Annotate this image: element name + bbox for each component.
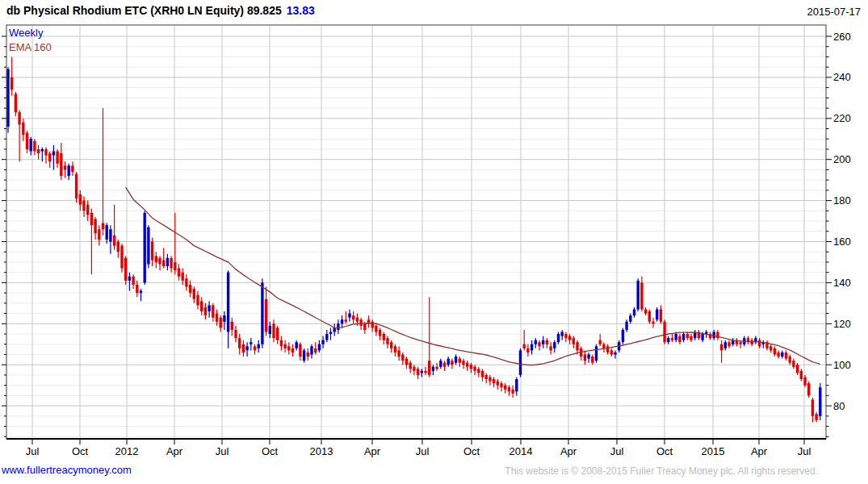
- candle-down: [709, 332, 711, 340]
- candle-down: [397, 346, 400, 361]
- candle-down: [379, 328, 381, 340]
- candle-up: [109, 225, 111, 254]
- x-tick-label: Jul: [610, 445, 624, 457]
- y-tick-label: 260: [833, 31, 851, 43]
- candle-down: [18, 111, 20, 162]
- candle-down: [204, 303, 207, 319]
- candle-down: [758, 338, 761, 348]
- candle-down: [283, 340, 286, 353]
- x-tick-label: Oct: [72, 445, 89, 457]
- candle-up: [30, 137, 32, 156]
- candle-down: [811, 398, 814, 423]
- candle-down: [751, 338, 753, 346]
- candle-up: [258, 340, 260, 353]
- candle-down: [424, 367, 426, 375]
- candle-up: [561, 330, 564, 340]
- candle-down: [238, 334, 241, 354]
- candle-down: [769, 344, 772, 353]
- candle-down: [648, 309, 651, 323]
- x-tick-label: Oct: [262, 445, 279, 457]
- candle-down: [220, 315, 222, 332]
- candle-down: [193, 286, 195, 302]
- x-tick-label: Oct: [463, 445, 480, 457]
- candle-down: [417, 367, 419, 379]
- candle-down: [481, 369, 484, 381]
- candle-up: [535, 338, 537, 348]
- candle-up: [318, 340, 321, 353]
- candle-down: [44, 147, 47, 163]
- candle-up: [622, 328, 624, 344]
- candles: [6, 56, 821, 422]
- candle-down: [75, 172, 78, 202]
- candle-down: [792, 359, 795, 369]
- candle-down: [33, 139, 36, 155]
- candle-down: [602, 342, 605, 353]
- plot-border: [6, 25, 826, 439]
- candle-up: [337, 319, 339, 334]
- candle-up: [329, 328, 332, 340]
- x-tick-label: Jul: [798, 445, 811, 457]
- candle-down: [489, 375, 491, 386]
- candle-down: [231, 318, 233, 336]
- candle-up: [724, 340, 727, 351]
- candle-up: [762, 340, 765, 348]
- candle-up: [106, 223, 108, 244]
- candle-down: [22, 119, 24, 141]
- candle-up: [321, 336, 324, 348]
- candle-down: [815, 412, 817, 423]
- candle-down: [307, 348, 309, 361]
- candle-down: [500, 382, 502, 392]
- candle-down: [48, 152, 51, 168]
- candle-up: [303, 348, 305, 363]
- candle-down: [580, 346, 582, 361]
- candle-down: [82, 197, 85, 217]
- x-tick-label: Jul: [416, 445, 430, 457]
- y-tick-label: 240: [833, 71, 851, 83]
- candle-down: [606, 344, 609, 355]
- candle-up: [633, 307, 635, 318]
- candle-down: [413, 365, 415, 375]
- candle-down: [720, 340, 723, 363]
- candle-down: [390, 340, 392, 353]
- candle-up: [614, 350, 616, 358]
- candle-down: [15, 92, 17, 117]
- candle-down: [564, 332, 567, 342]
- x-tick-label: Apr: [166, 445, 183, 457]
- candle-down: [485, 373, 488, 383]
- candle-down: [155, 252, 157, 268]
- candle-down: [79, 190, 82, 211]
- candle-down: [470, 363, 472, 373]
- candle-down: [523, 330, 526, 350]
- candle-down: [170, 256, 172, 272]
- candle-up: [637, 278, 639, 311]
- candle-down: [86, 201, 89, 221]
- copyright-text: This website is © 2008-2015 Fuller Treac…: [0, 465, 818, 477]
- candle-down: [546, 338, 548, 348]
- x-tick-label: Jul: [26, 445, 40, 457]
- candle-up: [348, 309, 350, 321]
- frequency-label: Weekly: [9, 27, 43, 39]
- candle-up: [542, 336, 544, 348]
- candle-up: [261, 278, 263, 348]
- candle-up: [147, 225, 149, 268]
- y-tick-label: 220: [833, 112, 851, 124]
- candle-down: [102, 108, 104, 236]
- candle-down: [686, 332, 689, 340]
- ema-label: EMA 160: [9, 41, 52, 53]
- candle-up: [629, 314, 631, 324]
- candle-down: [678, 334, 681, 344]
- candle-down: [136, 281, 138, 297]
- candle-down: [200, 297, 203, 315]
- candle-down: [652, 318, 654, 328]
- candle-up: [140, 289, 142, 301]
- candle-down: [747, 336, 749, 344]
- candle-down: [508, 386, 510, 396]
- candle-down: [113, 205, 115, 250]
- x-tick-label: Apr: [364, 445, 381, 457]
- candle-down: [716, 330, 719, 340]
- candle-up: [269, 322, 271, 338]
- candle-down: [280, 336, 283, 351]
- candle-down: [60, 143, 62, 180]
- candle-up: [296, 340, 298, 351]
- candle-down: [477, 367, 480, 378]
